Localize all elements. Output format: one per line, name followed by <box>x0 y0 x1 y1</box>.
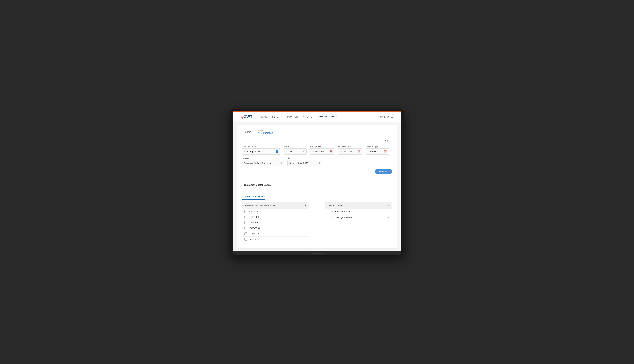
transfer-forward-button[interactable]: › <box>313 220 321 225</box>
form-row-2: Industry Consumer Products & Services ℹ … <box>242 157 392 166</box>
cmc-item-label: BCDE-456 <box>249 216 259 218</box>
calendar-type-label: Calender Type <box>366 146 389 148</box>
lob-list: › Business Travel ··· › Meetings & Event… <box>325 209 392 220</box>
cmc-item-label: IDGD-8736 <box>249 227 260 229</box>
calendar-type-group: Calender Type Standard 📅 <box>366 146 389 154</box>
profile-label: MY PROFILE <box>381 116 393 118</box>
effective-date-group: Effective date 01-Jan-2000 📅 <box>310 146 335 154</box>
available-cmc-add-button[interactable]: + <box>305 204 306 207</box>
cmc-item-label: ABCD-123 <box>249 210 259 212</box>
customer-tab-close[interactable]: × <box>275 131 276 134</box>
effective-date-input[interactable]: 01-Jan-2000 📅 <box>310 148 335 154</box>
customer-tab-label: XYZ Corporation <box>256 132 273 134</box>
add-cmc-button[interactable]: Add CMC <box>375 169 392 174</box>
user-id-input[interactable]: U123XYZ ⊕ <box>283 148 306 154</box>
expiration-date-label: Expiration date <box>338 146 363 148</box>
cmc-item-label: HSUI-825 <box>249 222 258 224</box>
expiration-date-input[interactable]: 01-Dec-2022 📅 <box>338 148 363 154</box>
list-item: ABCD-123 <box>242 209 309 214</box>
lob-panel: Lines Of Business + › Business Travel ··… <box>325 202 392 220</box>
lob-item-more-button[interactable]: ··· <box>387 210 390 213</box>
tab-customer[interactable]: Customer XYZ Corporation × <box>256 128 279 136</box>
lob-section: ⌄ Lines Of Business Available Customer M… <box>242 194 392 242</box>
customer-name-label: Customer name <box>242 146 280 148</box>
size-label: Size <box>287 157 322 159</box>
cmc-section-header[interactable]: › Customer Master Codes <box>242 182 271 188</box>
tab-search[interactable]: › Search <box>242 129 254 135</box>
search-tab-label: Search <box>244 131 251 134</box>
add-cmc-container: Add CMC <box>242 169 392 176</box>
lob-item-label: Business Travel <box>335 210 350 213</box>
panels-container: Available Customer Master Codes + ABCD-1… <box>242 202 392 242</box>
cmc-chevron-icon: › <box>242 184 242 186</box>
checkbox-idgd[interactable] <box>244 227 247 230</box>
calendar-icon-2: 📅 <box>358 150 361 153</box>
cmc-section: › Customer Master Codes <box>242 182 392 191</box>
checkbox-abcd[interactable] <box>244 210 247 213</box>
checkbox-oocd[interactable] <box>244 238 247 240</box>
lob-section-header[interactable]: ⌄ Lines Of Business <box>242 194 265 200</box>
tab-bar: › Search Customer XYZ Corporation × <box>242 128 392 136</box>
available-cmc-header: Available Customer Master Codes + <box>242 202 309 209</box>
list-item: › Meetings & Events ··· <box>325 214 392 220</box>
nav-item-administration[interactable]: ADMINISTRATION <box>318 112 337 121</box>
cmc-item-label: OOCD-992 <box>249 238 260 240</box>
more-options-button[interactable]: ··· <box>390 140 392 143</box>
lob-item-chevron-icon: › <box>332 211 333 212</box>
checkbox-hsui[interactable] <box>244 221 247 224</box>
cmc-section-label: Customer Master Codes <box>244 184 271 186</box>
checkbox-me[interactable] <box>328 216 330 219</box>
nav-item-home[interactable]: HOME <box>260 112 267 121</box>
expiration-date-group: Expiration date 01-Dec-2022 📅 <box>338 146 363 154</box>
list-item: › Business Travel ··· <box>325 209 392 214</box>
form-row-1: Customer name XYZ Corporation 👤 User ID … <box>242 146 392 154</box>
list-item: HSUI-825 <box>242 220 309 226</box>
calendar-type-input[interactable]: Standard 📅 <box>366 148 389 154</box>
edit-button[interactable]: Edit <box>385 140 388 143</box>
lob-item-chevron-icon-2: › <box>332 216 333 218</box>
list-item: CGNX-729 <box>242 231 309 236</box>
available-cmc-title: Available Customer Master Codes <box>244 204 277 206</box>
customer-name-group: Customer name XYZ Corporation 👤 <box>242 146 280 154</box>
info-icon: ℹ <box>281 162 282 164</box>
app-logo: myCWT <box>238 114 252 119</box>
lob-item-more-button-2[interactable]: ··· <box>387 216 390 219</box>
customer-name-input[interactable]: XYZ Corporation 👤 <box>242 148 280 154</box>
user-id-group: User ID U123XYZ ⊕ <box>283 146 306 154</box>
available-cmc-list: ABCD-123 BCDE-456 HSUI-825 <box>242 209 309 242</box>
laptop-notch <box>311 253 323 254</box>
calendar-icon: 📅 <box>330 150 333 153</box>
info-icon-2: ℹ <box>319 162 320 164</box>
industry-label: Industry <box>242 157 284 159</box>
customer-tab-meta: Customer <box>256 130 273 132</box>
list-item: IDGD-8736 <box>242 226 309 231</box>
industry-group: Industry Consumer Products & Services ℹ <box>242 157 284 166</box>
industry-input[interactable]: Consumer Products & Services ℹ <box>242 160 284 166</box>
effective-date-label: Effective date <box>310 146 335 148</box>
lob-panel-title: Lines Of Business <box>328 204 345 206</box>
nav-item-create[interactable]: CREATE <box>303 112 312 121</box>
user-id-label: User ID <box>283 146 306 148</box>
calendar-icon-3: 📅 <box>384 150 387 153</box>
main-nav: HOME LIBRARY MONITOR CREATE ADMINISTRATI… <box>260 112 380 121</box>
nav-item-library[interactable]: LIBRARY <box>272 112 282 121</box>
profile-chevron-icon: › <box>395 116 396 118</box>
available-cmc-panel: Available Customer Master Codes + ABCD-1… <box>242 202 309 242</box>
checkbox-bt[interactable] <box>328 210 330 213</box>
cmc-item-label: CGNX-729 <box>249 232 259 235</box>
nav-item-monitor[interactable]: MONITOR <box>287 112 298 121</box>
transfer-backward-button[interactable]: ‹ <box>313 227 321 232</box>
lob-add-button[interactable]: + <box>388 204 390 207</box>
lob-item-label-2: Meetings & Events <box>335 216 352 218</box>
search-tab-chevron-icon: › <box>242 131 242 133</box>
user-icon: 👤 <box>275 150 278 153</box>
lob-chevron-icon: ⌄ <box>242 196 243 198</box>
form-header: Edit ··· <box>242 140 392 143</box>
size-group: Size Between $20m & $50m ℹ <box>287 157 322 166</box>
checkbox-bcde[interactable] <box>244 216 247 218</box>
transfer-buttons: › ‹ <box>312 220 322 232</box>
checkbox-cgnx[interactable] <box>244 232 247 235</box>
size-input[interactable]: Between $20m & $50m ℹ <box>287 160 322 166</box>
profile-section[interactable]: MY PROFILE › <box>381 116 396 118</box>
lob-section-label: Lines Of Business <box>245 195 265 198</box>
